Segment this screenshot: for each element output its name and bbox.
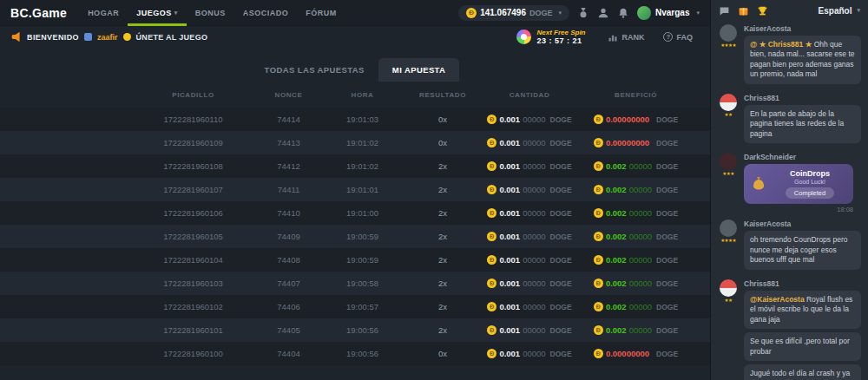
bet-profit: 0.00200000DOGE <box>577 302 694 311</box>
bet-time: 19:00:59 <box>321 232 404 241</box>
message-content: KaiserAcosta @ ★ Chriss881 ★ Ohh que bie… <box>744 24 861 88</box>
coindrops-completed-button[interactable]: Completed <box>786 187 834 199</box>
bet-hash: 1722281960106 <box>130 208 256 218</box>
bet-result: 0x <box>404 138 482 147</box>
avatar[interactable] <box>720 279 737 297</box>
nav-hogar[interactable]: HOGAR <box>79 0 128 26</box>
bet-amount: 0.00100000DOGE <box>482 255 577 265</box>
chat-username[interactable]: KaiserAcosta <box>744 24 861 33</box>
avatar[interactable] <box>720 219 737 237</box>
bet-hash: 1722281960105 <box>130 232 256 241</box>
bet-profit: 0.00200000DOGE <box>577 278 694 288</box>
welcome-text: BIENVENIDO <box>27 33 79 42</box>
medal-icon[interactable] <box>577 7 589 19</box>
profile-icon[interactable] <box>597 7 609 19</box>
logo[interactable]: BC.Game <box>10 6 67 20</box>
bet-nonce: 74410 <box>256 208 321 218</box>
message-content: DarkSchneider CoinDrops Good Luck! Compl… <box>744 153 861 213</box>
gift-icon[interactable] <box>738 5 749 16</box>
join-game-link[interactable]: ÚNETE AL JUEGO <box>136 33 208 42</box>
tab-all-bets[interactable]: TODAS LAS APUESTAS <box>251 58 378 82</box>
bet-nonce: 74413 <box>256 138 321 147</box>
doge-coin-icon <box>594 302 603 311</box>
nav-asociado[interactable]: ASOCIADO <box>234 0 298 26</box>
coindrops-card[interactable]: CoinDrops Good Luck! Completed <box>744 164 853 204</box>
spin-wheel-icon[interactable] <box>516 29 531 44</box>
bet-result: 2x <box>404 278 482 288</box>
bet-time: 19:00:56 <box>321 325 404 335</box>
nav-bonus[interactable]: BONUS <box>187 0 234 26</box>
chevron-down-icon: ▾ <box>857 7 860 14</box>
message-bubbles: oh tremendo CounDrops pero nunce me deja… <box>744 231 861 269</box>
message-gutter: ★★★★ <box>718 219 739 272</box>
tab-my-bets[interactable]: MI APUESTA <box>378 58 460 82</box>
col-result: RESULTADO <box>404 91 482 99</box>
bet-amount: 0.00100000DOGE <box>482 138 577 147</box>
nav-forum[interactable]: FÓRUM <box>297 0 345 26</box>
chat-icon[interactable] <box>719 5 730 16</box>
balance-amount: 141.067496 <box>480 8 526 17</box>
table-row[interactable]: 1722281960110 74414 19:01:03 0x 0.001000… <box>0 108 710 131</box>
bet-time: 19:00:59 <box>321 255 404 265</box>
chat-username[interactable]: DarkSchneider <box>744 153 861 161</box>
message-gutter: ★★★★ <box>718 24 739 88</box>
bet-nonce: 74411 <box>256 185 321 194</box>
bell-icon[interactable] <box>617 7 629 19</box>
table-row[interactable]: 1722281960104 74408 19:00:59 2x 0.001000… <box>0 248 710 272</box>
message-content: Chriss881 En la parte de abajo de la pag… <box>744 94 861 147</box>
avatar[interactable] <box>720 153 737 170</box>
table-row[interactable]: 1722281960103 74407 19:00:58 2x 0.001000… <box>0 272 710 295</box>
bet-amount: 0.00100000DOGE <box>482 349 577 358</box>
bet-nonce: 74407 <box>256 278 321 288</box>
language-selector[interactable]: Español ▾ <box>819 6 860 16</box>
chat-username[interactable]: Chriss881 <box>744 279 861 288</box>
trophy-icon[interactable] <box>757 5 768 16</box>
avatar[interactable] <box>720 94 737 111</box>
table-row[interactable]: 1722281960107 74411 19:01:01 2x 0.001000… <box>0 178 710 201</box>
chat-message: ★★ Chriss881 En la parte de abajo de la … <box>718 94 861 147</box>
app: BC.Game HOGAR JUEGOS▾ BONUS ASOCIADO FÓR… <box>0 0 868 380</box>
chat-message: ★★ Chriss881 @KaiserAcosta Royal flush e… <box>718 279 861 380</box>
table-row[interactable]: 1722281960109 74413 19:01:02 0x 0.001000… <box>0 131 710 154</box>
balance-selector[interactable]: 141.067496 DOGE ▾ <box>458 5 569 21</box>
col-profit: BENEFICIÓ <box>577 91 694 99</box>
user-menu[interactable]: Nvargas ▾ <box>637 6 700 20</box>
doge-coin-icon <box>594 208 603 218</box>
table-row[interactable]: 1722281960101 74405 19:00:56 2x 0.001000… <box>0 318 710 342</box>
table-row[interactable]: 1722281960108 74412 19:01:02 2x 0.001000… <box>0 154 710 178</box>
bet-hash: 1722281960100 <box>130 349 256 358</box>
bet-profit: 0.00200000DOGE <box>577 161 694 171</box>
faq-button[interactable]: ? FAQ <box>656 32 700 42</box>
bet-amount: 0.00100000DOGE <box>482 302 577 311</box>
nav-juegos[interactable]: JUEGOS▾ <box>128 0 187 26</box>
table-row[interactable]: 1722281960100 74404 19:00:56 0x 0.001000… <box>0 342 710 365</box>
user-stars: ★★★ <box>722 172 733 177</box>
winner-username[interactable]: zaafir <box>97 33 118 42</box>
chat-username[interactable]: KaiserAcosta <box>744 219 861 228</box>
bet-amount: 0.00100000DOGE <box>482 161 577 171</box>
chat-username[interactable]: Chriss881 <box>744 94 861 102</box>
bet-time: 19:01:01 <box>321 185 404 194</box>
table-row[interactable]: 1722281960106 74410 19:01:00 2x 0.001000… <box>0 201 710 225</box>
bet-result: 0x <box>404 349 482 358</box>
mention[interactable]: @ ★ Chriss881 ★ <box>750 40 814 49</box>
doge-coin-icon <box>487 302 496 311</box>
col-amount: CANTIDAD <box>482 91 577 99</box>
avatar[interactable] <box>720 24 737 42</box>
message-bubbles: @ ★ Chriss881 ★ Ohh que bien, nada mal..… <box>744 36 861 84</box>
table-row[interactable]: 1722281960105 74409 19:00:59 2x 0.001000… <box>0 225 710 248</box>
message-gutter: ★★ <box>718 94 739 147</box>
mention[interactable]: @KaiserAcosta <box>750 295 806 304</box>
bet-time: 19:01:03 <box>321 115 404 124</box>
chat-message: ★★★ DarkSchneider CoinDrops Good Luck! C… <box>718 153 861 213</box>
question-icon: ? <box>663 32 673 42</box>
free-spin-widget[interactable]: Next Free Spin 23 : 57 : 21 <box>536 29 585 46</box>
username: Nvargas <box>655 8 689 17</box>
col-nonce: NONCE <box>256 91 321 99</box>
language-label: Español <box>819 6 852 16</box>
bet-hash: 1722281960102 <box>130 302 256 311</box>
table-row[interactable]: 1722281960102 74406 19:00:57 2x 0.001000… <box>0 295 710 318</box>
rank-button[interactable]: RANK <box>601 32 651 43</box>
col-time: HORA <box>321 91 404 99</box>
bet-profit: 0.00200000DOGE <box>577 232 694 241</box>
